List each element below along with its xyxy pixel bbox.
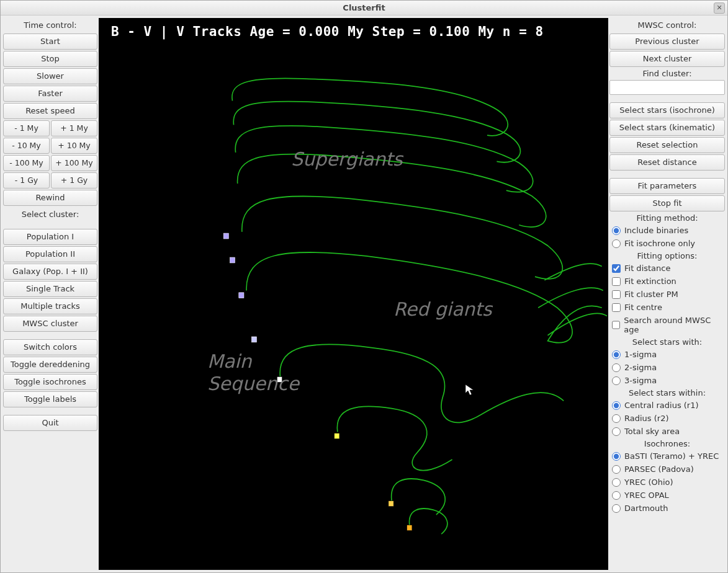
yrec-radio[interactable] (612, 478, 621, 487)
fit-cluster-pm-option[interactable]: Fit cluster PM (609, 288, 725, 300)
svg-rect-3 (251, 337, 256, 342)
find-cluster-input[interactable] (609, 80, 725, 95)
reset-distance-button[interactable]: Reset distance (609, 154, 725, 171)
basti-option[interactable]: BaSTI (Teramo) + YREC (609, 450, 725, 462)
svg-rect-4 (277, 377, 282, 383)
radius-r2-radio[interactable] (612, 414, 621, 423)
fit-isochrone-only-radio[interactable] (612, 239, 621, 248)
fit-extinction-checkbox[interactable] (612, 277, 621, 286)
stop-button[interactable]: Stop (3, 51, 97, 67)
central-radius-radio[interactable] (612, 401, 621, 410)
next-cluster-button[interactable]: Next cluster (609, 51, 725, 67)
previous-cluster-button[interactable]: Previous cluster (609, 33, 725, 50)
radius-r2-option[interactable]: Radius (r2) (609, 412, 725, 424)
plus-1my-button[interactable]: + 1 My (51, 120, 97, 136)
select-stars-isochrone-button[interactable]: Select stars (isochrone) (609, 102, 725, 118)
cmd-plot-canvas[interactable]: B - V | V Tracks Age = 0.000 My Step = 0… (99, 18, 608, 570)
galaxy-button[interactable]: Galaxy (Pop. I + II) (3, 264, 97, 280)
single-track-button[interactable]: Single Track (3, 281, 97, 297)
fit-distance-checkbox[interactable] (612, 264, 621, 273)
fit-isochrone-only-option[interactable]: Fit isochrone only (609, 238, 725, 249)
population-ii-button[interactable]: Population II (3, 246, 97, 262)
include-binaries-option[interactable]: Include binaries (609, 224, 725, 236)
yrec-opal-radio[interactable] (612, 491, 621, 500)
yrec-opal-option[interactable]: YREC OPAL (609, 489, 725, 501)
fit-parameters-button[interactable]: Fit parameters (609, 178, 725, 194)
total-sky-area-radio[interactable] (612, 427, 621, 436)
app-window: Clusterfit ✕ Time control: Start Stop Sl… (0, 0, 728, 573)
faster-button[interactable]: Faster (3, 86, 97, 102)
search-mwsc-age-option[interactable]: Search around MWSC age (609, 314, 725, 335)
basti-radio[interactable] (612, 452, 621, 461)
parsec-option[interactable]: PARSEC (Padova) (609, 463, 725, 475)
toggle-dereddening-button[interactable]: Toggle dereddening (3, 357, 97, 373)
slower-button[interactable]: Slower (3, 68, 97, 84)
plus-100my-button[interactable]: + 100 My (51, 155, 97, 171)
minus-1gy-button[interactable]: - 1 Gy (3, 172, 50, 189)
fitting-method-label: Fitting method: (609, 213, 725, 223)
reset-speed-button[interactable]: Reset speed (3, 103, 97, 119)
toggle-labels-button[interactable]: Toggle labels (3, 391, 97, 407)
select-stars-kinematic-button[interactable]: Select stars (kinematic) (609, 120, 725, 136)
titlebar: Clusterfit ✕ (1, 1, 727, 16)
mwsc-cluster-button[interactable]: MWSC cluster (3, 316, 97, 332)
fit-extinction-option[interactable]: Fit extinction (609, 275, 725, 287)
fitting-options-label: Fitting options: (609, 251, 725, 261)
minus-10my-button[interactable]: - 10 My (3, 138, 50, 154)
sigma-1-option[interactable]: 1-sigma (609, 349, 725, 360)
select-cluster-label: Select cluster: (3, 207, 97, 221)
total-sky-area-option[interactable]: Total sky area (609, 425, 725, 437)
sigma-1-radio[interactable] (612, 350, 621, 359)
right-panel: MWSC control: Previous cluster Next clus… (609, 18, 725, 570)
multiple-tracks-button[interactable]: Multiple tracks (3, 298, 97, 314)
fit-cluster-pm-checkbox[interactable] (612, 290, 621, 299)
tracks-svg (99, 18, 608, 570)
window-title: Clusterfit (343, 3, 385, 12)
reset-selection-button[interactable]: Reset selection (609, 137, 725, 153)
left-panel: Time control: Start Stop Slower Faster R… (3, 18, 97, 570)
dartmouth-radio[interactable] (612, 504, 621, 513)
svg-rect-1 (230, 257, 235, 263)
fit-centre-option[interactable]: Fit centre (609, 301, 725, 313)
switch-colors-button[interactable]: Switch colors (3, 339, 97, 355)
close-button[interactable]: ✕ (714, 2, 725, 14)
mwsc-control-label: MWSC control: (609, 18, 725, 32)
dartmouth-option[interactable]: Dartmouth (609, 502, 725, 514)
quit-button[interactable]: Quit (3, 415, 97, 431)
rewind-button[interactable]: Rewind (3, 190, 97, 206)
fit-centre-checkbox[interactable] (612, 303, 621, 312)
sigma-2-option[interactable]: 2-sigma (609, 362, 725, 373)
svg-rect-2 (239, 293, 244, 298)
select-stars-with-label: Select stars with: (609, 337, 725, 347)
sigma-2-radio[interactable] (612, 363, 621, 372)
start-button[interactable]: Start (3, 33, 97, 50)
toggle-isochrones-button[interactable]: Toggle isochrones (3, 374, 97, 390)
central-radius-option[interactable]: Central radius (r1) (609, 399, 725, 411)
select-stars-within-label: Select stars within: (609, 388, 725, 398)
search-mwsc-age-checkbox[interactable] (612, 321, 620, 329)
minus-1my-button[interactable]: - 1 My (3, 120, 50, 136)
sigma-3-radio[interactable] (612, 376, 621, 385)
svg-rect-6 (389, 501, 393, 507)
sigma-3-option[interactable]: 3-sigma (609, 375, 725, 386)
plus-1gy-button[interactable]: + 1 Gy (51, 172, 97, 189)
svg-rect-5 (335, 433, 339, 439)
plus-10my-button[interactable]: + 10 My (51, 138, 97, 154)
stop-fit-button[interactable]: Stop fit (609, 195, 725, 211)
yrec-option[interactable]: YREC (Ohio) (609, 476, 725, 488)
minus-100my-button[interactable]: - 100 My (3, 155, 50, 171)
svg-rect-0 (223, 233, 228, 239)
include-binaries-radio[interactable] (612, 226, 621, 235)
chart-title: B - V | V Tracks Age = 0.000 My Step = 0… (111, 24, 544, 39)
time-control-label: Time control: (3, 18, 97, 32)
population-i-button[interactable]: Population I (3, 229, 97, 245)
svg-rect-7 (407, 525, 412, 531)
find-cluster-label: Find cluster: (609, 68, 725, 79)
fit-distance-option[interactable]: Fit distance (609, 262, 725, 274)
parsec-radio[interactable] (612, 465, 621, 474)
isochrones-label: Isochrones: (609, 438, 725, 449)
